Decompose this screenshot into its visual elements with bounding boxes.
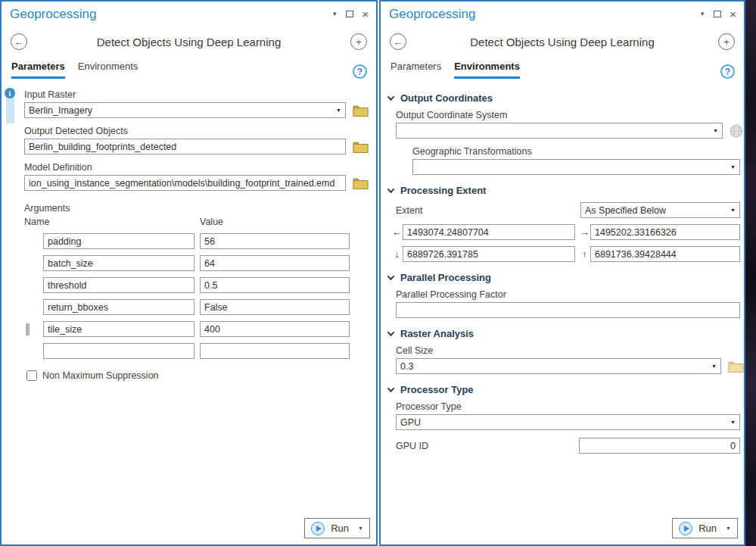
extent-east-input[interactable]: [590, 224, 740, 240]
pane-footer: Run ▼: [672, 518, 738, 538]
section-title: Output Coordinates: [400, 92, 493, 104]
processor-type-combobox[interactable]: GPU ▼: [396, 414, 740, 430]
arg-name-input[interactable]: [43, 299, 194, 315]
chevron-down-icon: ▼: [730, 207, 736, 213]
arg-name-input[interactable]: [43, 277, 194, 293]
section-output-coordinates: Output Coordinates Output Coordinate Sys…: [381, 92, 744, 175]
back-button[interactable]: ←: [390, 33, 406, 50]
arg-value-input[interactable]: [200, 277, 350, 293]
cell-size-combobox[interactable]: 0.3 ▼: [396, 358, 721, 374]
section-header[interactable]: Raster Analysis: [388, 328, 744, 339]
folder-icon: [353, 105, 369, 117]
add-to-model-button[interactable]: +: [718, 33, 735, 50]
window-controls: ▼ ×: [331, 8, 369, 20]
auto-hide-icon[interactable]: ▼: [699, 11, 705, 17]
chevron-down-icon: ▼: [711, 363, 717, 369]
nms-checkbox[interactable]: [26, 370, 37, 381]
arg-value-input[interactable]: [200, 343, 350, 359]
extent-north-input[interactable]: [590, 246, 740, 262]
tool-title: Detect Objects Using Deep Learning: [27, 36, 350, 48]
auto-hide-icon[interactable]: ▼: [331, 11, 338, 17]
output-input[interactable]: [24, 139, 346, 154]
close-icon[interactable]: ×: [730, 8, 736, 20]
arg-name-input[interactable]: [43, 321, 194, 337]
extent-mode-value: As Specified Below: [585, 205, 666, 216]
arg-value-input[interactable]: [200, 255, 350, 271]
input-raster-label: Input Raster: [24, 89, 376, 100]
gt-combobox[interactable]: ▼: [412, 159, 740, 175]
gpu-id-input[interactable]: [579, 438, 740, 454]
arg-value-input[interactable]: [200, 321, 350, 337]
run-options-caret-icon[interactable]: ▼: [726, 526, 731, 531]
section-header[interactable]: Parallel Processing: [388, 272, 744, 283]
arguments-label: Arguments: [24, 203, 376, 214]
arg-name-input[interactable]: [43, 233, 194, 249]
browse-button[interactable]: [728, 360, 744, 373]
extent-west-input[interactable]: [403, 224, 575, 240]
ocs-combobox[interactable]: ▼: [396, 123, 723, 139]
argument-row: [43, 233, 376, 249]
tabs-row: Parameters Environments ?: [2, 53, 376, 79]
back-button[interactable]: ←: [11, 33, 27, 50]
run-options-caret-icon[interactable]: ▼: [358, 526, 363, 531]
gt-label: Geographic Transformations: [412, 146, 744, 157]
float-window-icon[interactable]: [346, 11, 353, 17]
extent-mode-combobox[interactable]: As Specified Below ▼: [580, 202, 740, 218]
cell-size-label: Cell Size: [396, 345, 744, 356]
parameters-content: i Input Raster Berlin_Imagery ▼ Output D…: [2, 89, 376, 381]
section-header[interactable]: Processing Extent: [388, 185, 744, 196]
section-title: Parallel Processing: [400, 272, 491, 283]
extent-south-input[interactable]: [403, 246, 575, 262]
select-coordinate-system-button[interactable]: [730, 124, 743, 138]
help-button[interactable]: ?: [353, 64, 367, 79]
input-raster-value: Berlin_Imagery: [29, 105, 92, 116]
close-icon[interactable]: ×: [362, 8, 369, 20]
run-button[interactable]: Run ▼: [672, 518, 738, 538]
chevron-down-icon: ▼: [730, 420, 736, 425]
pane-titlebar: Geoprocessing ▼ ×: [2, 2, 376, 27]
map-background-strip: [745, 0, 756, 546]
chevron-down-icon: ▼: [713, 128, 718, 133]
add-to-model-button[interactable]: +: [350, 33, 367, 50]
section-chevron-icon: [387, 273, 395, 280]
chevron-down-icon: ▼: [730, 164, 736, 170]
browse-button[interactable]: [353, 141, 369, 153]
output-detected-objects-field: Output Detected Objects: [24, 126, 376, 154]
model-input[interactable]: [24, 175, 346, 191]
input-raster-combobox[interactable]: Berlin_Imagery ▼: [24, 102, 346, 118]
folder-icon: [353, 177, 369, 189]
ocs-label: Output Coordinate System: [396, 110, 744, 120]
tab-environments[interactable]: Environments: [78, 61, 138, 79]
run-button[interactable]: Run ▼: [304, 518, 370, 538]
app-screen: Geoprocessing ▼ × ← Detect Objects Using…: [0, 0, 756, 546]
model-label: Model Definition: [24, 162, 376, 173]
section-header[interactable]: Processor Type: [388, 384, 744, 395]
back-arrow-icon: ←: [394, 36, 403, 48]
arg-value-input[interactable]: [200, 233, 350, 249]
tab-environments[interactable]: Environments: [454, 61, 520, 79]
row-drag-handle[interactable]: [26, 323, 30, 335]
south-arrow-icon: ↓: [391, 248, 403, 260]
browse-button[interactable]: [353, 177, 369, 189]
pane-title: Geoprocessing: [389, 7, 475, 22]
section-header[interactable]: Output Coordinates: [388, 92, 744, 104]
arg-name-input[interactable]: [43, 343, 194, 359]
tool-header: ← Detect Objects Using Deep Learning +: [2, 27, 376, 53]
tab-parameters[interactable]: Parameters: [390, 61, 441, 79]
plus-icon: +: [356, 36, 362, 48]
ppf-label: Parallel Processing Factor: [396, 289, 744, 300]
run-label: Run: [331, 523, 349, 534]
arg-name-input[interactable]: [43, 255, 194, 271]
argument-row: [43, 321, 376, 337]
extent-row-west-east: ← →: [391, 224, 744, 240]
help-button[interactable]: ?: [720, 64, 735, 79]
section-processor-type: Processor Type Processor Type GPU ▼ GPU …: [381, 384, 744, 454]
geoprocessing-pane-environments: Geoprocessing ▼ × ← Detect Objects Using…: [379, 0, 745, 546]
tab-parameters[interactable]: Parameters: [11, 61, 65, 79]
tool-title: Detect Objects Using Deep Learning: [406, 36, 718, 48]
ppf-input[interactable]: [396, 302, 740, 318]
browse-button[interactable]: [353, 105, 369, 117]
float-window-icon[interactable]: [714, 11, 721, 17]
arg-value-input[interactable]: [200, 299, 350, 315]
cell-size-value: 0.3: [400, 361, 413, 372]
